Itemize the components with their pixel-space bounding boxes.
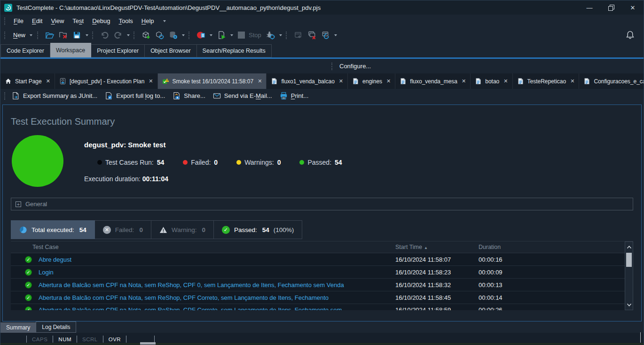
view-tab-summary[interactable]: Summary [0, 322, 36, 333]
view-tab-log-details[interactable]: Log Details [36, 321, 76, 333]
configure-grip[interactable] [331, 63, 334, 70]
table-scrollbar[interactable] [625, 241, 633, 310]
export-junit-icon [12, 92, 20, 100]
data-options-button-caret[interactable] [182, 34, 185, 36]
toolbar-grip[interactable] [134, 32, 136, 39]
close-tab-icon[interactable]: ✕ [339, 78, 343, 84]
close-tab-icon[interactable]: ✕ [258, 78, 262, 84]
menu-edit[interactable]: Edit [28, 16, 47, 26]
toolbar-grip[interactable] [92, 32, 94, 39]
restore-window-button-caret[interactable] [334, 34, 337, 36]
test-case-link[interactable]: Abertura de Balcão sem CPF na Nota, com … [39, 306, 342, 310]
column-start-time[interactable]: Start Time▲ [395, 244, 479, 250]
menu-debug[interactable]: Debug [88, 16, 114, 26]
run-routine-button[interactable] [195, 29, 214, 41]
redo-button[interactable] [112, 29, 132, 41]
data-options-button[interactable] [167, 29, 187, 41]
expand-icon[interactable]: + [16, 201, 21, 207]
menu-file[interactable]: File [9, 16, 28, 26]
table-row[interactable]: ✓Abertura de Balcão sem CPF na Nota, com… [11, 304, 625, 310]
close-button[interactable]: ✕ [622, 0, 644, 15]
table-row[interactable]: ✓Login16/10/2024 11:58:2300:00:09 [11, 266, 625, 279]
menu-options-caret[interactable] [163, 20, 166, 22]
scrollbar-thumb[interactable] [626, 253, 632, 267]
new-button-caret[interactable] [30, 34, 32, 36]
redo-button-caret[interactable] [127, 34, 130, 36]
close-tab-icon[interactable]: ✕ [570, 78, 574, 84]
configure-button[interactable]: Configure... [337, 61, 374, 71]
print-button[interactable]: Print... [277, 89, 314, 103]
send-via-e-mail-button[interactable]: Send via E-Mail... [211, 89, 277, 103]
new-button[interactable]: New [10, 30, 35, 40]
export-grip[interactable] [4, 92, 7, 100]
scroll-down-icon[interactable] [625, 300, 633, 310]
debug-button[interactable] [264, 29, 284, 41]
notifications-button[interactable] [623, 29, 637, 41]
column-duration[interactable]: Duration [479, 244, 625, 250]
add-project-item-button[interactable] [140, 29, 152, 41]
close-tab-icon[interactable]: ✕ [386, 78, 391, 84]
column-test-case[interactable]: Test Case [11, 244, 395, 250]
test-case-link[interactable]: Abertura de Balcão sem CPF na Nota, sem … [39, 281, 344, 289]
doc-tab-botao[interactable]: botao✕ [471, 73, 512, 89]
doc-tab-testerepeticao[interactable]: TesteRepeticao✕ [513, 73, 580, 89]
share-button[interactable]: Share... [170, 89, 211, 103]
doc-tab-fluxo1-venda-balcao[interactable]: fluxo1_venda_balcao✕ [267, 73, 348, 89]
menu-test[interactable]: Test [68, 16, 88, 26]
doc-tab-degust-pdv-execution-plan[interactable]: [degust_pdv] - Execution Plan✕ [55, 73, 158, 89]
run-test-button[interactable] [215, 29, 235, 41]
menu-help[interactable]: Help [137, 16, 158, 26]
doc-tab-configuracoes-e-cadastros[interactable]: Configuracoes_e_cadastros✕ [579, 73, 644, 89]
undo-button[interactable] [98, 29, 111, 41]
map-object-button[interactable] [153, 29, 166, 41]
save-button-caret[interactable] [86, 34, 88, 36]
export-summary-as-junit-button[interactable]: Export Summary as JUnit... [9, 89, 102, 103]
test-case-link[interactable]: Abre degust [39, 256, 71, 263]
close-tab-icon[interactable]: ✕ [149, 78, 153, 84]
close-tab-icon[interactable]: ✕ [46, 78, 50, 84]
doc-tab-smoke-test-16-10-2024-11-58-07[interactable]: Smoke test 16/10/2024 11:58:07✕ [158, 73, 267, 89]
run-routine-button-caret[interactable] [210, 34, 212, 36]
doc-tab-fluxo-venda-mesa[interactable]: fluxo_venda_mesa✕ [395, 73, 471, 89]
close-project-button[interactable] [57, 29, 70, 41]
debug-button-caret[interactable] [279, 34, 282, 36]
panel-tab-workspace[interactable]: Workspace [50, 43, 91, 57]
export-full-log-to-button[interactable]: Export full log to... [102, 89, 170, 103]
doc-tab-engines[interactable]: engines✕ [348, 73, 395, 89]
toolbar-grip[interactable] [188, 32, 191, 39]
toolbar-grip[interactable] [4, 32, 7, 39]
test-case-link[interactable]: Login [39, 269, 54, 276]
new-window-button[interactable] [292, 29, 305, 41]
close-tab-icon[interactable]: ✕ [462, 78, 466, 84]
table-row[interactable]: ✓Abertura de Balcão sem CPF na Nota, sem… [11, 279, 625, 291]
table-row[interactable]: ✓Abre degust16/10/2024 11:58:0700:00:16 [11, 253, 625, 266]
filter-tab-warning[interactable]: Warning:0 [151, 220, 214, 239]
close-tab-icon[interactable]: ✕ [503, 78, 508, 84]
panel-tab-project-explorer[interactable]: Project Explorer [91, 44, 145, 57]
table-row[interactable]: ✓Abertura de Balcão com CPF na Nota, sem… [11, 291, 625, 304]
panel-tab-code-explorer[interactable]: Code Explorer [0, 44, 50, 57]
restore-window-button[interactable] [319, 29, 339, 41]
doc-tab-start-page[interactable]: Start Page✕ [0, 73, 55, 89]
minimize-button[interactable]: — [579, 0, 600, 15]
scroll-up-icon[interactable] [625, 242, 633, 252]
test-run-title: degust_pdv: Smoke test [84, 141, 342, 149]
restore-button[interactable] [600, 0, 622, 15]
menu-tools[interactable]: Tools [115, 16, 137, 26]
save-button[interactable] [71, 29, 90, 41]
filter-tab-passed[interactable]: ✓Passed:54 (100%) [214, 220, 302, 239]
panel-tab-object-browser[interactable]: Object Browser [145, 44, 196, 57]
general-section-toggle[interactable]: + General [11, 198, 633, 210]
menu-view[interactable]: View [47, 16, 68, 26]
toolbar-grip[interactable] [286, 32, 288, 39]
run-test-button-caret[interactable] [230, 34, 233, 36]
stop-button[interactable]: Stop [236, 30, 263, 40]
filter-tab-failed[interactable]: ✕Failed:0 [95, 220, 151, 239]
close-windows-button[interactable] [306, 29, 318, 41]
panel-tab-search-replace-results[interactable]: Search/Replace Results [197, 44, 272, 57]
toolbar-grip[interactable] [37, 32, 39, 39]
open-project-button[interactable] [43, 29, 56, 41]
test-case-link[interactable]: Abertura de Balcão com CPF na Nota, sem … [39, 294, 329, 301]
filter-tab-total-executed[interactable]: Total executed:54 [11, 220, 95, 239]
menu-grip[interactable] [4, 17, 7, 25]
